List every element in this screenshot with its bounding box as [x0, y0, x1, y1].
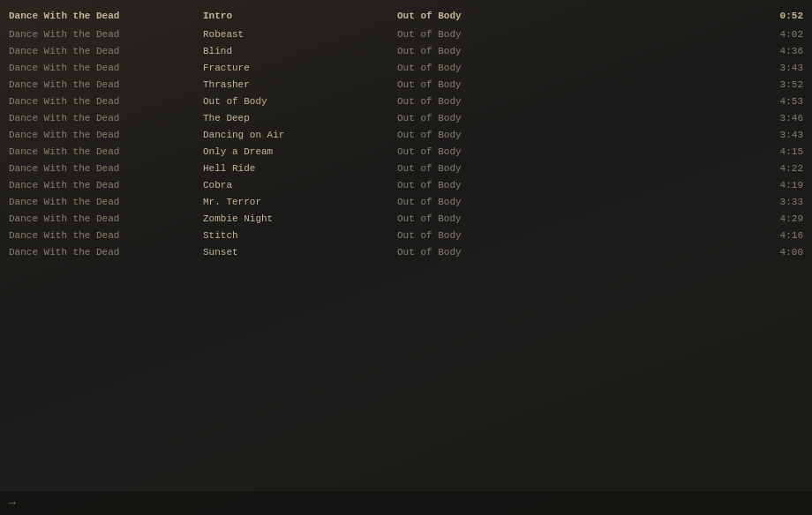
- track-duration: 4:00: [759, 247, 803, 258]
- track-album: Out of Body: [397, 230, 759, 241]
- track-title: Out of Body: [203, 96, 397, 107]
- table-header: Dance With the Dead Intro Out of Body 0:…: [0, 7, 812, 24]
- track-album: Out of Body: [397, 29, 759, 40]
- track-duration: 3:43: [759, 63, 803, 73]
- track-title: Hell Ride: [203, 163, 397, 174]
- track-album: Out of Body: [397, 197, 759, 207]
- track-album: Out of Body: [397, 146, 759, 157]
- track-artist: Dance With the Dead: [9, 230, 203, 241]
- track-album: Out of Body: [397, 130, 759, 140]
- track-title: Robeast: [203, 29, 397, 40]
- track-artist: Dance With the Dead: [9, 146, 203, 157]
- track-duration: 4:02: [759, 29, 803, 40]
- track-duration: 4:53: [759, 96, 803, 107]
- track-duration: 4:29: [759, 213, 803, 224]
- track-duration: 3:46: [759, 113, 803, 123]
- track-title: Zombie Night: [203, 213, 397, 224]
- track-title: Fracture: [203, 63, 397, 73]
- track-duration: 3:33: [759, 197, 803, 207]
- track-artist: Dance With the Dead: [9, 96, 203, 107]
- track-artist: Dance With the Dead: [9, 163, 203, 174]
- track-list: Dance With the Dead Intro Out of Body 0:…: [0, 0, 812, 267]
- track-duration: 4:15: [759, 146, 803, 157]
- track-artist: Dance With the Dead: [9, 130, 203, 140]
- track-duration: 3:52: [759, 79, 803, 90]
- track-title: Only a Dream: [203, 146, 397, 157]
- track-album: Out of Body: [397, 113, 759, 123]
- track-title: The Deep: [203, 113, 397, 123]
- table-row[interactable]: Dance With the DeadRobeastOut of Body4:0…: [0, 26, 812, 42]
- track-album: Out of Body: [397, 46, 759, 56]
- track-artist: Dance With the Dead: [9, 180, 203, 190]
- header-artist: Dance With the Dead: [9, 11, 203, 21]
- table-row[interactable]: Dance With the DeadFractureOut of Body3:…: [0, 59, 812, 76]
- track-title: Thrasher: [203, 79, 397, 90]
- tracks-container: Dance With the DeadRobeastOut of Body4:0…: [0, 26, 812, 260]
- track-album: Out of Body: [397, 63, 759, 73]
- track-duration: 4:36: [759, 46, 803, 56]
- track-artist: Dance With the Dead: [9, 197, 203, 207]
- track-title: Dancing on Air: [203, 130, 397, 140]
- track-artist: Dance With the Dead: [9, 29, 203, 40]
- track-title: Sunset: [203, 247, 397, 258]
- track-duration: 3:43: [759, 130, 803, 140]
- table-row[interactable]: Dance With the DeadOut of BodyOut of Bod…: [0, 93, 812, 109]
- table-row[interactable]: Dance With the DeadZombie NightOut of Bo…: [0, 210, 812, 227]
- track-album: Out of Body: [397, 96, 759, 107]
- track-artist: Dance With the Dead: [9, 247, 203, 258]
- track-duration: 4:16: [759, 230, 803, 241]
- table-row[interactable]: Dance With the DeadCobraOut of Body4:19: [0, 176, 812, 193]
- track-artist: Dance With the Dead: [9, 213, 203, 224]
- bottom-bar: →: [0, 490, 812, 515]
- track-artist: Dance With the Dead: [9, 63, 203, 73]
- table-row[interactable]: Dance With the DeadStitchOut of Body4:16: [0, 227, 812, 243]
- table-row[interactable]: Dance With the DeadMr. TerrorOut of Body…: [0, 193, 812, 210]
- table-row[interactable]: Dance With the DeadThrasherOut of Body3:…: [0, 76, 812, 93]
- table-row[interactable]: Dance With the DeadOnly a DreamOut of Bo…: [0, 143, 812, 160]
- track-title: Mr. Terror: [203, 197, 397, 207]
- table-row[interactable]: Dance With the DeadHell RideOut of Body4…: [0, 160, 812, 176]
- track-album: Out of Body: [397, 213, 759, 224]
- header-album: Out of Body: [397, 11, 759, 21]
- track-title: Stitch: [203, 230, 397, 241]
- track-album: Out of Body: [397, 79, 759, 90]
- header-duration: 0:52: [759, 11, 803, 21]
- table-row[interactable]: Dance With the DeadBlindOut of Body4:36: [0, 42, 812, 59]
- header-title: Intro: [203, 11, 397, 21]
- track-album: Out of Body: [397, 247, 759, 258]
- table-row[interactable]: Dance With the DeadSunsetOut of Body4:00: [0, 243, 812, 260]
- track-artist: Dance With the Dead: [9, 113, 203, 123]
- track-duration: 4:22: [759, 163, 803, 174]
- track-artist: Dance With the Dead: [9, 46, 203, 56]
- track-album: Out of Body: [397, 163, 759, 174]
- track-title: Cobra: [203, 180, 397, 190]
- table-row[interactable]: Dance With the DeadDancing on AirOut of …: [0, 126, 812, 143]
- track-album: Out of Body: [397, 180, 759, 190]
- track-title: Blind: [203, 46, 397, 56]
- arrow-icon: →: [9, 496, 16, 510]
- track-duration: 4:19: [759, 180, 803, 190]
- table-row[interactable]: Dance With the DeadThe DeepOut of Body3:…: [0, 109, 812, 126]
- track-artist: Dance With the Dead: [9, 79, 203, 90]
